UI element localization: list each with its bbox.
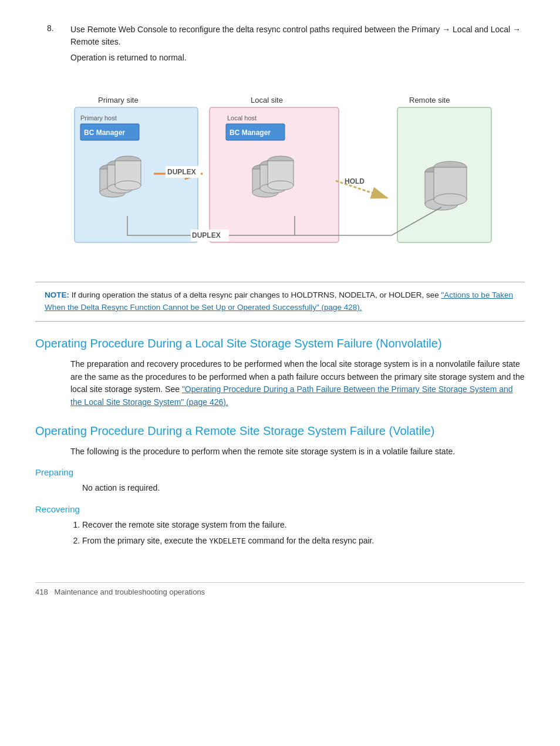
recovering-item-1: Recover the remote site storage system f… — [82, 519, 525, 531]
recovering-item-1-text: Recover the remote site storage system f… — [82, 520, 287, 529]
hold-label: HOLD — [345, 177, 365, 185]
section1-heading: Operating Procedure During a Local Site … — [35, 336, 525, 351]
local-host-label: Local host — [227, 114, 257, 121]
recovering-heading: Recovering — [35, 504, 525, 514]
section1-body: The preparation and recovery procedures … — [35, 358, 525, 409]
local-site-label: Local site — [251, 96, 283, 104]
bc-manager-primary: BC Manager — [84, 129, 125, 137]
svg-point-28 — [434, 194, 467, 205]
duplex-label-1: DUPLEX — [167, 168, 196, 176]
note-text: If during operation the status of a delt… — [72, 291, 441, 299]
primary-host-label: Primary host — [80, 114, 117, 121]
primary-site-label: Primary site — [98, 96, 139, 104]
recovering-item-2-text: From the primary site, execute the YKDEL… — [82, 536, 374, 545]
remote-site-label: Remote site — [409, 96, 450, 104]
section2-heading: Operating Procedure During a Remote Site… — [35, 423, 525, 438]
footer: 418 Maintenance and troubleshooting oper… — [35, 582, 525, 596]
bc-manager-local: BC Manager — [230, 129, 271, 137]
svg-point-13 — [115, 181, 141, 190]
recovering-item-2: From the primary site, execute the YKDEL… — [82, 535, 525, 548]
footer-page: 418 — [35, 588, 48, 596]
diagram: Primary site Local site Remote site Prim… — [63, 90, 497, 268]
footer-text: Maintenance and troubleshooting operatio… — [55, 588, 205, 596]
preparing-heading: Preparing — [35, 467, 525, 477]
step-text: Use Remote Web Console to reconfigure th… — [70, 25, 521, 46]
svg-point-22 — [268, 181, 294, 190]
note-label: NOTE: — [45, 291, 69, 299]
step-8: 8. Use Remote Web Console to reconfigure… — [35, 23, 525, 76]
diagram-svg: Primary site Local site Remote site Prim… — [63, 90, 497, 266]
preparing-body: No action is required. — [35, 482, 525, 495]
step-sub-text: Operation is returned to normal. — [70, 53, 187, 62]
note-box: NOTE: If during operation the status of … — [35, 282, 525, 322]
duplex-label-2: DUPLEX — [192, 231, 221, 239]
section2-body: The following is the procedure to perfor… — [35, 445, 525, 458]
step-number: 8. — [47, 23, 61, 76]
recovering-list: Recover the remote site storage system f… — [35, 519, 525, 548]
